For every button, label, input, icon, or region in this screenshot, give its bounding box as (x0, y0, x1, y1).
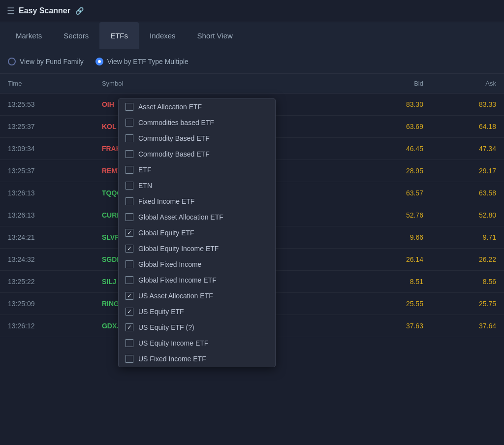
checkbox[interactable] (126, 213, 133, 221)
dropdown-item[interactable]: ✓US Equity ETF (?) (119, 319, 275, 335)
dropdown-item[interactable]: Commodity Based ETF (119, 130, 275, 146)
cell-ask: 29.17 (431, 160, 504, 182)
main-content: Asset Allocation ETFCommodities based ET… (0, 74, 504, 337)
cell-time: 13:25:09 (0, 293, 94, 315)
checkbox[interactable] (126, 103, 133, 111)
cell-time: 13:25:37 (0, 160, 94, 182)
radio-label-etf-type: View by ETF Type Multiple (107, 58, 189, 65)
cell-bid: 63.57 (358, 182, 431, 204)
checkbox[interactable]: ✓ (126, 323, 133, 331)
dropdown-item-label: US Equity ETF (138, 308, 184, 316)
dropdown-item-label: ETF (138, 166, 151, 174)
etf-type-dropdown[interactable]: Asset Allocation ETFCommodities based ET… (118, 98, 276, 367)
dropdown-item-label: US Asset Allocation ETF (138, 292, 213, 300)
dropdown-item[interactable]: ✓US Equity ETF (119, 304, 275, 319)
cell-ask: 64.18 (431, 116, 504, 138)
dropdown-item[interactable]: ETN (119, 178, 275, 193)
nav-tabs: Markets Sectors ETFs Indexes Short View (0, 22, 504, 49)
checkbox[interactable] (126, 339, 133, 347)
dropdown-item-label: US Fixed Income ETF (138, 355, 206, 363)
dropdown-item[interactable]: Fixed Income ETF (119, 193, 275, 209)
dropdown-item-label: Global Equity Income ETF (138, 245, 219, 253)
checkbox[interactable] (126, 150, 133, 158)
cell-time: 13:26:13 (0, 182, 94, 204)
dropdown-item-label: Commodity Based ETF (138, 134, 210, 142)
checkbox[interactable]: ✓ (126, 308, 133, 316)
app-title: Easy Scanner (19, 6, 70, 15)
col-symbol: Symbol (94, 74, 176, 94)
tab-markets[interactable]: Markets (5, 22, 53, 49)
cell-bid: 8.51 (358, 271, 431, 293)
checkbox[interactable] (126, 134, 133, 142)
checkbox[interactable]: ✓ (126, 229, 133, 237)
view-selector-row: View by Fund Family View by ETF Type Mul… (0, 49, 504, 74)
dropdown-item-label: US Equity ETF (?) (138, 323, 194, 331)
cell-time: 13:25:53 (0, 94, 94, 116)
cell-time: 13:24:32 (0, 249, 94, 271)
checkbox[interactable]: ✓ (126, 292, 133, 300)
table-header: Time Symbol Bid Ask (0, 74, 504, 94)
dropdown-item[interactable]: US Equity Income ETF (119, 335, 275, 351)
dropdown-item[interactable]: Global Asset Allocation ETF (119, 209, 275, 225)
dropdown-item[interactable]: Asset Allocation ETF (119, 99, 275, 115)
dropdown-item-label: Fixed Income ETF (138, 197, 194, 205)
radio-label-fund-family: View by Fund Family (20, 58, 84, 65)
tab-etfs[interactable]: ETFs (99, 22, 139, 49)
dropdown-item[interactable]: ETF (119, 162, 275, 178)
cell-ask: 47.34 (431, 138, 504, 160)
cell-bid: 52.76 (358, 204, 431, 226)
dropdown-item-label: Commodity Based ETF (138, 150, 210, 158)
checkbox[interactable] (126, 166, 133, 174)
dropdown-item[interactable]: US Fixed Income ETF (119, 351, 275, 367)
tab-indexes[interactable]: Indexes (139, 22, 187, 49)
cell-ask: 37.64 (431, 315, 504, 337)
checkbox[interactable] (126, 276, 133, 284)
cell-bid: 46.45 (358, 138, 431, 160)
radio-circle-fund-family (8, 58, 16, 65)
cell-bid: 9.66 (358, 226, 431, 249)
col-time: Time (0, 74, 94, 94)
dropdown-item[interactable]: ✓Global Equity Income ETF (119, 241, 275, 256)
dropdown-item[interactable]: Global Fixed Income (119, 256, 275, 272)
dropdown-item[interactable]: ✓Global Equity ETF (119, 225, 275, 241)
cell-ask: 25.75 (431, 293, 504, 315)
cell-time: 13:25:37 (0, 116, 94, 138)
checkbox[interactable] (126, 197, 133, 205)
dropdown-item[interactable]: ✓US Asset Allocation ETF (119, 288, 275, 304)
cell-ask: 63.58 (431, 182, 504, 204)
dropdown-item-label: Global Fixed Income ETF (138, 276, 217, 284)
dropdown-item-label: ETN (138, 182, 152, 190)
cell-bid: 63.69 (358, 116, 431, 138)
dropdown-item-label: Global Fixed Income (138, 260, 201, 268)
col-desc (176, 74, 358, 94)
dropdown-item-label: Global Equity ETF (138, 229, 194, 237)
dropdown-item-label: Commodities based ETF (138, 119, 214, 127)
checkbox[interactable]: ✓ (126, 245, 133, 253)
checkbox[interactable] (126, 119, 133, 127)
cell-bid: 37.63 (358, 315, 431, 337)
dropdown-item[interactable]: Global Fixed Income ETF (119, 272, 275, 288)
tab-sectors[interactable]: Sectors (53, 22, 99, 49)
cell-bid: 25.55 (358, 293, 431, 315)
menu-icon: ☰ (7, 5, 15, 16)
dropdown-item[interactable]: Commodities based ETF (119, 115, 275, 130)
radio-circle-etf-type (95, 58, 103, 65)
checkbox[interactable] (126, 355, 133, 363)
cell-ask: 9.71 (431, 226, 504, 249)
cell-time: 13:26:12 (0, 315, 94, 337)
dropdown-item-label: Asset Allocation ETF (138, 103, 202, 111)
checkbox[interactable] (126, 260, 133, 268)
col-ask: Ask (431, 74, 504, 94)
link-icon: 🔗 (75, 7, 84, 15)
cell-ask: 26.22 (431, 249, 504, 271)
dropdown-item[interactable]: Commodity Based ETF (119, 146, 275, 162)
cell-ask: 52.80 (431, 204, 504, 226)
checkbox[interactable] (126, 182, 133, 190)
cell-ask: 8.56 (431, 271, 504, 293)
cell-bid: 26.14 (358, 249, 431, 271)
radio-fund-family[interactable]: View by Fund Family (8, 58, 84, 65)
app-header: ☰ Easy Scanner 🔗 (0, 0, 504, 22)
cell-bid: 83.30 (358, 94, 431, 116)
tab-short-view[interactable]: Short View (187, 22, 244, 49)
radio-etf-type[interactable]: View by ETF Type Multiple (95, 58, 189, 65)
